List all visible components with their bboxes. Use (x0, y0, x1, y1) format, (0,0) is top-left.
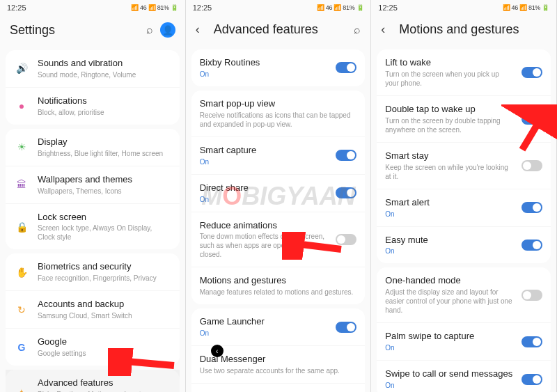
search-icon[interactable]: ⌕ (354, 24, 361, 36)
item-sounds[interactable]: 🔊 Sounds and vibration Sound mode, Ringt… (6, 50, 180, 88)
item-sub: Samsung Cloud, Smart Switch (38, 311, 171, 320)
item-sub: Screen lock type, Always On Display, Clo… (38, 224, 171, 242)
item-title: One-handed mode (385, 275, 513, 287)
item-title: Smart capture (200, 145, 328, 157)
toggle-game-launcher[interactable] (336, 322, 356, 333)
header: ‹ Motions and gestures (371, 15, 556, 45)
item-title: Notifications (38, 95, 171, 107)
item-title: Accounts and backup (38, 299, 171, 311)
item-game-launcher[interactable]: Game Launcher On (191, 308, 366, 346)
status-indicators: 📶 46 📶 81% 🔋 (131, 4, 178, 11)
af-group-1: Bixby Routines On (191, 49, 366, 86)
item-reduce-animations[interactable]: Reduce animations Tone down motion effec… (191, 212, 366, 268)
item-sub: Google settings (38, 349, 171, 358)
item-sub: On (200, 329, 328, 338)
toggle-reduce-animations[interactable] (336, 234, 356, 245)
item-advanced-features[interactable]: ✦ Advanced features Bixby Routines, Moti… (6, 370, 180, 392)
header: ‹ Advanced features ⌕ (186, 15, 371, 45)
item-title: Reduce animations (200, 220, 328, 232)
settings-group-4: ✦ Advanced features Bixby Routines, Moti… (6, 370, 180, 392)
item-smart-alert[interactable]: Smart alert On (377, 189, 551, 227)
page-title: Motions and gestures (399, 22, 547, 37)
item-title: Google (38, 336, 171, 348)
item-palm-swipe[interactable]: Palm swipe to capture On (377, 323, 551, 361)
toggle-lift-to-wake[interactable] (521, 67, 542, 78)
item-sub: Block, allow, prioritise (38, 108, 171, 117)
status-indicators: 📶 46 📶 81% 🔋 (503, 4, 549, 11)
item-title: Smart alert (385, 197, 513, 209)
item-display[interactable]: ☀ Display Brightness, Blue light filter,… (6, 129, 180, 166)
item-title: Advanced features (38, 377, 171, 389)
settings-group-3: ✋ Biometrics and security Face recogniti… (6, 253, 180, 366)
item-motions-gestures[interactable]: Motions and gestures Manage features rel… (191, 267, 366, 304)
touch-indicator-icon: ‹ (211, 345, 223, 357)
item-sub: Manage features related to motions and g… (200, 288, 357, 297)
status-time: 12:25 (7, 3, 26, 12)
item-biometrics[interactable]: ✋ Biometrics and security Face recogniti… (6, 253, 180, 291)
toggle-smart-capture[interactable] (336, 150, 356, 161)
item-title: Sounds and vibration (38, 58, 171, 70)
item-google[interactable]: G Google Google settings (6, 329, 180, 366)
item-video-enhancer[interactable]: Video enhancer On (191, 384, 366, 392)
item-easy-mute[interactable]: Easy mute On (377, 227, 551, 264)
backup-icon: ↻ (14, 302, 29, 317)
item-title: Swipe to call or send messages (385, 368, 513, 380)
toggle-palm-swipe[interactable] (521, 336, 542, 347)
speaker-icon: 🔊 (14, 61, 29, 76)
item-notifications[interactable]: ● Notifications Block, allow, prioritise (6, 88, 180, 125)
settings-group-2: ☀ Display Brightness, Blue light filter,… (6, 129, 180, 250)
back-icon[interactable]: ‹ (381, 22, 392, 37)
af-group-2: Smart pop-up view Receive notifications … (191, 91, 366, 304)
toggle-smart-stay[interactable] (521, 160, 542, 171)
item-sub: On (200, 157, 328, 166)
item-lockscreen[interactable]: 🔒 Lock screen Screen lock type, Always O… (6, 204, 180, 250)
toggle-one-handed[interactable] (521, 290, 542, 301)
settings-group-1: 🔊 Sounds and vibration Sound mode, Ringt… (6, 50, 180, 125)
screen-motions-gestures: 12:25 📶 46 📶 81% 🔋 ‹ Motions and gesture… (371, 0, 557, 392)
biometrics-icon: ✋ (14, 265, 29, 280)
item-sub: Use two separate accounts for the same a… (200, 366, 357, 375)
advanced-icon: ✦ (14, 385, 29, 392)
status-bar: 12:25 📶 46 📶 81% 🔋 (371, 0, 556, 15)
item-sub: Keep the screen on while you're looking … (385, 163, 513, 181)
item-sub: On (385, 210, 513, 219)
wallpapers-icon: 🏛 (14, 177, 29, 192)
item-sub: Wallpapers, Themes, Icons (38, 187, 171, 196)
item-swipe-call[interactable]: Swipe to call or send messages On (377, 361, 551, 392)
item-direct-share[interactable]: Direct share On (191, 175, 366, 212)
item-bixby-routines[interactable]: Bixby Routines On (191, 49, 366, 86)
item-one-handed[interactable]: One-handed mode Adjust the display size … (377, 267, 551, 323)
back-icon[interactable]: ‹ (196, 22, 207, 37)
item-smart-capture[interactable]: Smart capture On (191, 137, 366, 175)
screen-advanced-features: 12:25 📶 46 📶 81% 🔋 ‹ Advanced features ⌕… (186, 0, 372, 392)
item-sub: Receive notifications as icons that can … (200, 111, 357, 129)
item-title: Display (38, 136, 171, 148)
toggle-smart-alert[interactable] (521, 202, 542, 213)
item-sub: Face recognition, Fingerprints, Privacy (38, 274, 171, 283)
item-lift-to-wake[interactable]: Lift to wake Turn on the screen when you… (377, 49, 551, 96)
status-time: 12:25 (378, 3, 398, 12)
item-title: Dual Messenger (200, 354, 357, 366)
item-title: Palm swipe to capture (385, 331, 513, 343)
toggle-swipe-call[interactable] (521, 374, 542, 385)
item-smart-stay[interactable]: Smart stay Keep the screen on while you'… (377, 143, 551, 189)
item-smart-popup[interactable]: Smart pop-up view Receive notifications … (191, 91, 366, 137)
toggle-bixby[interactable] (336, 62, 356, 73)
item-sub: On (200, 195, 328, 204)
avatar[interactable]: 👤 (160, 22, 175, 38)
item-sub: On (200, 70, 328, 79)
mg-group-2: One-handed mode Adjust the display size … (377, 267, 551, 392)
header: Settings ⌕ 👤 (0, 15, 185, 46)
status-time: 12:25 (193, 3, 212, 12)
toggle-easy-mute[interactable] (521, 240, 542, 251)
mg-group-1: Lift to wake Turn on the screen when you… (377, 49, 551, 263)
item-sub: On (385, 246, 513, 256)
search-icon[interactable]: ⌕ (146, 24, 153, 36)
item-title: Motions and gestures (200, 275, 357, 287)
toggle-double-tap[interactable] (521, 113, 542, 125)
item-wallpapers[interactable]: 🏛 Wallpapers and themes Wallpapers, Them… (6, 166, 180, 204)
item-accounts[interactable]: ↻ Accounts and backup Samsung Cloud, Sma… (6, 291, 180, 329)
toggle-direct-share[interactable] (336, 187, 356, 198)
item-title: Direct share (200, 182, 328, 194)
item-double-tap-wake[interactable]: Double tap to wake up Turn on the screen… (377, 96, 551, 143)
